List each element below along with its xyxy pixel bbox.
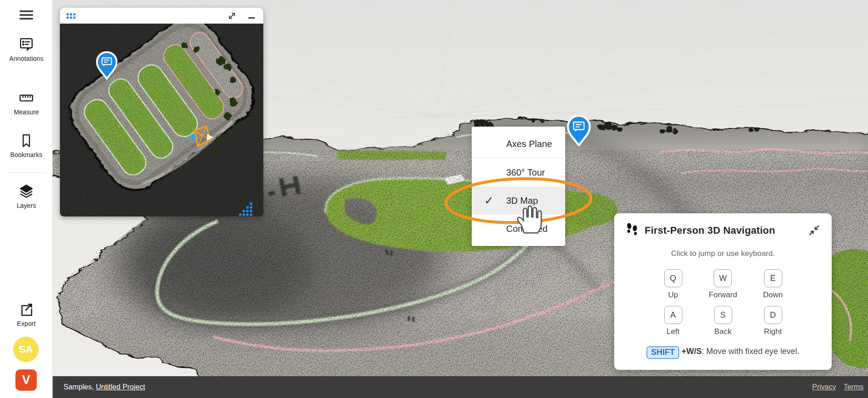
checkmark-icon: ✓ [484, 194, 506, 207]
sidebar: Annotations Measure Bookmarks [0, 0, 53, 398]
minimap-map[interactable] [60, 24, 263, 216]
view-mode-menu: Axes Plane 360° Tour ✓ 3D Map Combined [472, 127, 565, 246]
menu-item-3d-map[interactable]: ✓ 3D Map [472, 187, 565, 215]
footer-bar: Samples, Untitled Project Privacy Terms [53, 376, 868, 398]
key-q: Q Up [664, 269, 682, 300]
brand-logo[interactable]: V [15, 369, 37, 391]
sidebar-item-bookmarks[interactable]: Bookmarks [0, 133, 53, 158]
sidebar-item-label: Export [17, 320, 35, 327]
key-w: W Forward [709, 269, 737, 300]
menu-item-axes-plane[interactable]: Axes Plane [472, 130, 565, 158]
export-icon [19, 301, 34, 318]
key-s: S Back [714, 306, 732, 336]
drag-grid-icon[interactable] [66, 12, 76, 20]
key-e: E Down [763, 269, 783, 300]
menu-item-360-tour[interactable]: 360° Tour [472, 158, 565, 187]
first-person-nav-panel: First-Person 3D Navigation Click to jump… [614, 213, 832, 370]
panel-title: First-Person 3D Navigation [645, 225, 775, 236]
shift-hint-line: SHIFT +W/S: Move with fixed eye level. [626, 346, 820, 359]
measure-icon [19, 90, 34, 106]
expand-icon[interactable] [227, 11, 237, 21]
minimap-window [60, 8, 263, 216]
menu-item-label: 3D Map [506, 196, 538, 206]
brand-logo-letter: V [22, 373, 30, 387]
key-a: A Left [664, 306, 682, 336]
key-d: D Right [764, 306, 782, 336]
collapse-icon[interactable] [809, 225, 820, 236]
menu-item-label: Axes Plane [506, 139, 552, 149]
layers-icon [19, 183, 34, 200]
breadcrumb: Samples, Untitled Project [64, 383, 145, 391]
sidebar-item-annotations[interactable]: Annotations [0, 36, 53, 62]
menu-item-label: 360° Tour [506, 167, 545, 178]
panel-hint: Click to jump or use keyboard. [626, 249, 820, 258]
hamburger-menu-icon[interactable] [0, 9, 53, 21]
minimap-titlebar[interactable] [60, 8, 263, 24]
annotation-pin[interactable] [566, 114, 592, 148]
breadcrumb-prefix: Samples, [64, 383, 94, 391]
shift-hint-text: : Move with fixed eye level. [702, 347, 799, 356]
sidebar-item-measure[interactable]: Measure [0, 90, 53, 116]
project-name-link[interactable]: Untitled Project [96, 383, 145, 391]
avatar-initials: SA [19, 344, 33, 355]
app-window: Annotations Measure Bookmarks [0, 0, 868, 398]
annotations-icon [19, 36, 34, 53]
sidebar-item-label: Measure [14, 108, 39, 116]
sidebar-divider [6, 172, 46, 173]
sidebar-item-label: Bookmarks [10, 151, 43, 158]
sidebar-item-export[interactable]: Export [0, 301, 53, 327]
terms-link[interactable]: Terms [843, 383, 863, 391]
menu-item-combined[interactable]: Combined [472, 215, 565, 243]
bookmarks-icon [19, 133, 34, 149]
user-avatar[interactable]: SA [13, 337, 39, 362]
menu-item-label: Combined [506, 224, 547, 234]
minimize-icon[interactable] [248, 17, 255, 19]
sidebar-item-label: Layers [17, 202, 36, 209]
sidebar-item-layers[interactable]: Layers [0, 183, 53, 209]
privacy-link[interactable]: Privacy [812, 383, 836, 391]
footprints-icon [626, 223, 638, 238]
keyboard-help-grid: Q Up W Forward E Down A Left S Back D Ri… [648, 269, 798, 336]
sidebar-item-label: Annotations [9, 55, 43, 62]
shift-key-badge: SHIFT [646, 346, 679, 359]
